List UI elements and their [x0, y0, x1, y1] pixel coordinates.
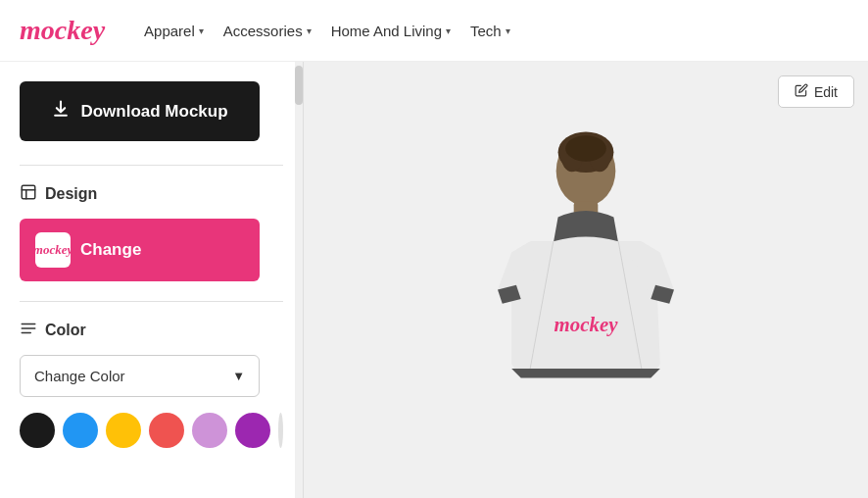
change-btn-logo: mockey [35, 232, 71, 268]
main: Download Mockup Design mockey Change [0, 62, 868, 498]
chevron-down-icon: ▾ [307, 25, 312, 36]
scrollbar-thumb[interactable] [295, 66, 303, 105]
change-button-label: Change [80, 240, 141, 260]
divider-1 [20, 165, 283, 166]
nav-item-apparel[interactable]: Apparel ▾ [144, 23, 204, 39]
download-icon [51, 99, 71, 124]
swatch-black[interactable] [20, 413, 55, 448]
edit-icon [795, 83, 808, 100]
color-dropdown-label: Change Color [34, 368, 125, 384]
sidebar: Download Mockup Design mockey Change [0, 62, 304, 498]
change-design-button[interactable]: mockey Change [20, 219, 260, 281]
header: mockey Apparel ▾ Accessories ▾ Home And … [0, 0, 868, 62]
nav-item-accessories[interactable]: Accessories ▾ [223, 23, 312, 39]
tshirt-svg: mockey [439, 104, 733, 457]
download-mockup-label: Download Mockup [80, 102, 227, 122]
download-mockup-button[interactable]: Download Mockup [20, 81, 260, 141]
nav-item-tech[interactable]: Tech ▾ [470, 23, 510, 39]
swatch-blue[interactable] [63, 413, 98, 448]
color-swatches [20, 413, 283, 448]
swatch-yellow[interactable] [106, 413, 141, 448]
svg-point-8 [565, 135, 606, 162]
edit-button[interactable]: Edit [778, 75, 854, 108]
swatch-partial[interactable] [278, 413, 283, 448]
preview-area: Edit [304, 62, 868, 498]
nav-item-home-and-living[interactable]: Home And Living ▾ [331, 23, 451, 39]
chevron-down-icon: ▾ [506, 25, 510, 36]
svg-rect-0 [22, 185, 35, 199]
color-dropdown[interactable]: Change Color ▼ [20, 355, 260, 397]
logo[interactable]: mockey [20, 15, 105, 46]
swatch-pink-light[interactable] [192, 413, 227, 448]
chevron-down-icon: ▾ [446, 25, 451, 36]
chevron-down-icon: ▾ [199, 25, 204, 36]
scrollbar-track [295, 62, 303, 498]
svg-text:mockey: mockey [555, 313, 619, 336]
swatch-purple[interactable] [235, 413, 270, 448]
design-icon [20, 183, 37, 205]
tshirt-mockup: mockey [304, 62, 868, 498]
color-icon [20, 320, 37, 341]
dropdown-arrow-icon: ▼ [232, 369, 245, 383]
color-section-title: Color [20, 320, 283, 341]
divider-2 [20, 301, 283, 302]
design-section-title: Design [20, 183, 283, 205]
nav: Apparel ▾ Accessories ▾ Home And Living … [144, 23, 510, 39]
swatch-red[interactable] [149, 413, 184, 448]
edit-button-label: Edit [814, 84, 838, 100]
